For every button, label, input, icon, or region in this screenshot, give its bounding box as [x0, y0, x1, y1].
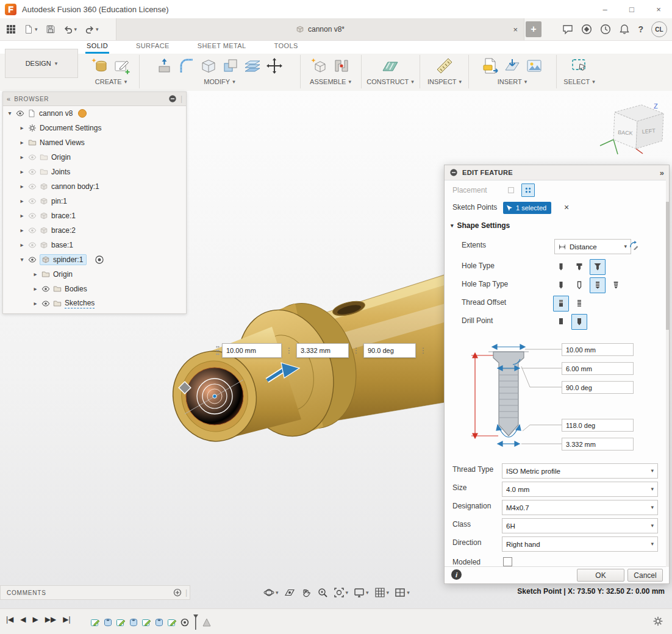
- drill-point-angle-field[interactable]: 118.0 deg: [562, 419, 634, 432]
- step-back-button[interactable]: ◀: [20, 615, 26, 624]
- shell-icon[interactable]: [200, 57, 217, 74]
- expand-caret-icon[interactable]: ▸: [19, 169, 25, 175]
- construct-group-label[interactable]: CONSTRUCT ▾: [366, 78, 414, 85]
- timeline-settings-gear-icon[interactable]: [652, 616, 663, 627]
- offset-face-icon[interactable]: [244, 57, 261, 74]
- skip-to-end-button[interactable]: ▶|: [63, 615, 70, 624]
- tap-type-clearance-toggle[interactable]: [571, 277, 587, 293]
- display-settings-tool[interactable]: ▾: [354, 587, 369, 598]
- move-copy-icon[interactable]: [266, 57, 283, 74]
- visibility-eye-icon[interactable]: [28, 241, 37, 249]
- user-avatar[interactable]: CL: [651, 21, 667, 37]
- drill-point-flat-toggle[interactable]: [553, 314, 569, 330]
- grid-snaps-tool[interactable]: ▾: [374, 587, 390, 598]
- minimize-button[interactable]: –: [592, 0, 618, 18]
- select-group-label[interactable]: SELECT ▾: [563, 78, 595, 85]
- hole-feature-icon[interactable]: [103, 618, 113, 627]
- assemble-group-label[interactable]: ASSEMBLE ▾: [310, 78, 351, 85]
- browser-row-bodies[interactable]: ▸ Bodies: [3, 282, 186, 296]
- expand-caret-icon[interactable]: ▾: [19, 257, 25, 263]
- tap-type-taper-tapped-toggle[interactable]: [608, 277, 624, 293]
- undo-button[interactable]: ▾: [62, 23, 79, 35]
- orbit-tool[interactable]: ▾: [263, 587, 279, 598]
- placement-single-toggle[interactable]: [504, 183, 518, 197]
- skip-to-start-button[interactable]: |◀: [6, 615, 13, 624]
- browser-row-spinder-1[interactable]: ▾ spinder:1: [3, 252, 186, 267]
- tab-solid[interactable]: SOLID: [85, 42, 109, 54]
- expand-caret-icon[interactable]: ▸: [19, 227, 25, 233]
- hole-diameter-field[interactable]: 3.332 mm: [562, 438, 634, 451]
- expand-caret-icon[interactable]: ▸: [19, 125, 25, 131]
- hole-feature-icon[interactable]: [154, 618, 164, 627]
- sketch-feature-icon[interactable]: [141, 618, 151, 627]
- designation-dropdown[interactable]: M4x0.7 ▾: [502, 500, 658, 515]
- close-button[interactable]: ×: [645, 0, 672, 18]
- direction-dropdown[interactable]: Right hand ▾: [502, 536, 658, 552]
- activate-component-radio[interactable]: [95, 255, 104, 265]
- comments-icon[interactable]: [562, 24, 573, 35]
- notifications-bell-icon[interactable]: [619, 24, 630, 35]
- view-cube[interactable]: BACK LEFT Z: [600, 102, 663, 154]
- collapse-dialog-icon[interactable]: [449, 168, 458, 177]
- extensions-icon[interactable]: [581, 24, 592, 35]
- placement-multiple-toggle[interactable]: [521, 183, 535, 197]
- diameter-dimension-input[interactable]: 3.332 mm: [296, 343, 349, 358]
- expand-caret-icon[interactable]: ▸: [19, 154, 25, 160]
- viewcube-face-left[interactable]: LEFT: [642, 127, 656, 135]
- cancel-button[interactable]: Cancel: [627, 569, 663, 582]
- kebab-menu-icon[interactable]: ⋮: [351, 346, 362, 355]
- expand-caret-icon[interactable]: ▾: [7, 110, 13, 116]
- visibility-eye-icon[interactable]: [16, 109, 24, 118]
- ok-button[interactable]: OK: [577, 569, 624, 582]
- browser-row-base-1[interactable]: ▸ base:1: [3, 238, 186, 252]
- browser-row-named-views[interactable]: ▸ Named Views: [3, 135, 186, 150]
- sketch-point[interactable]: [213, 394, 216, 398]
- visibility-eye-icon[interactable]: [41, 285, 50, 293]
- kebab-menu-icon[interactable]: ⋮: [284, 346, 295, 355]
- pan-tool[interactable]: [301, 587, 312, 598]
- hole-feature-icon[interactable]: [129, 618, 138, 627]
- flip-direction-button[interactable]: [629, 240, 638, 250]
- info-icon[interactable]: i: [451, 569, 462, 580]
- play-button[interactable]: ▶: [33, 615, 38, 624]
- new-solid-icon[interactable]: [91, 57, 109, 74]
- tap-type-tapped-toggle[interactable]: [590, 277, 606, 293]
- browser-row-origin[interactable]: ▸ Origin: [3, 150, 186, 165]
- new-tab-button[interactable]: +: [526, 21, 542, 37]
- zoom-tool[interactable]: [317, 587, 328, 598]
- canvas-image-icon[interactable]: [526, 57, 543, 74]
- measure-icon[interactable]: [436, 57, 453, 74]
- size-dropdown[interactable]: 4.0 mm ▾: [502, 482, 658, 497]
- comments-bar[interactable]: COMMENTS |: [0, 585, 190, 600]
- maximize-button[interactable]: □: [618, 0, 645, 18]
- visibility-eye-icon[interactable]: [28, 212, 37, 220]
- document-tab[interactable]: cannon v8* ×: [116, 18, 524, 40]
- hole-feature-active-icon[interactable]: [180, 618, 190, 627]
- kebab-menu-icon[interactable]: ⋮: [418, 346, 429, 355]
- insert-svg-icon[interactable]: [482, 57, 499, 74]
- csink-diameter-field[interactable]: 6.00 mm: [562, 362, 634, 375]
- clear-selection-button[interactable]: ×: [564, 203, 569, 212]
- class-dropdown[interactable]: 6H ▾: [502, 518, 658, 533]
- expand-caret-icon[interactable]: ▸: [19, 198, 25, 204]
- combine-icon[interactable]: [222, 57, 239, 74]
- dialog-header[interactable]: EDIT FEATURE »: [445, 165, 669, 180]
- visibility-eye-icon[interactable]: [28, 197, 37, 205]
- insert-mesh-icon[interactable]: [504, 57, 521, 74]
- fast-forward-button[interactable]: ▶▶: [45, 615, 56, 624]
- tab-tools[interactable]: TOOLS: [273, 42, 299, 54]
- depth-dimension-input[interactable]: 10.00 mm: [222, 343, 282, 358]
- expand-comments-icon[interactable]: [173, 588, 182, 597]
- visibility-eye-icon[interactable]: [28, 226, 37, 235]
- browser-row-brace-1[interactable]: ▸ brace:1: [3, 208, 186, 223]
- help-icon[interactable]: ?: [638, 24, 643, 34]
- visibility-eye-icon[interactable]: [41, 299, 50, 308]
- inspect-group-label[interactable]: INSPECT ▾: [427, 78, 462, 85]
- selection-chip[interactable]: 1 selected: [503, 202, 551, 214]
- modify-group-label[interactable]: MODIFY ▾: [204, 78, 235, 85]
- collapse-panel-icon[interactable]: «: [7, 95, 10, 102]
- look-at-tool[interactable]: [284, 587, 295, 598]
- hole-type-countersink-toggle[interactable]: [590, 259, 606, 275]
- browser-row-cannon-body-1[interactable]: ▸ cannon body:1: [3, 179, 186, 194]
- csink-angle-field[interactable]: 90.0 deg: [562, 381, 634, 394]
